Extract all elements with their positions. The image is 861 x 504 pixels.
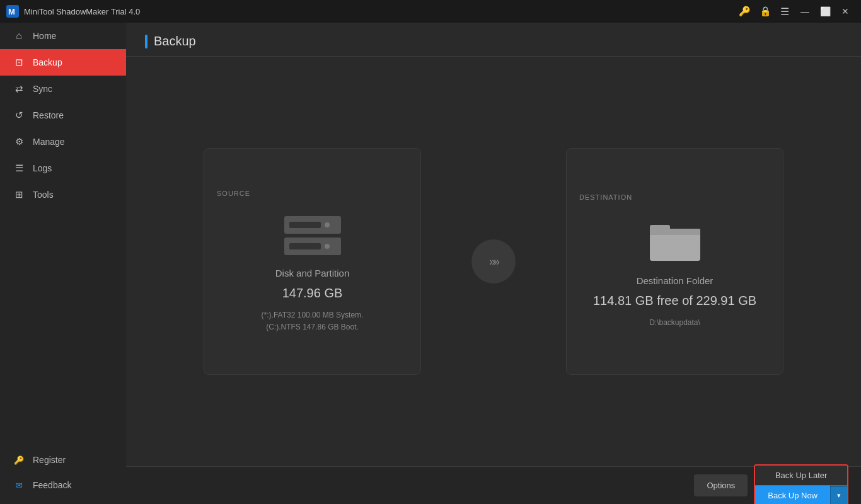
menu-icon[interactable]: ☰ (780, 6, 789, 18)
minimize-button[interactable]: — (795, 4, 814, 19)
destination-label: DESTINATION (579, 193, 632, 201)
source-detail-line1: (*:).FAT32 100.00 MB System. (262, 311, 364, 319)
sidebar-label-home: Home (33, 31, 56, 41)
titlebar-icons: 🔑 🔒 ☰ (739, 6, 789, 18)
app-title: MiniTool ShadowMaker Trial 4.0 (24, 7, 739, 16)
disk-row-1 (284, 216, 341, 234)
backup-icon: ⊡ (13, 57, 25, 68)
sync-icon: ⇄ (13, 83, 25, 94)
options-button[interactable]: Options (694, 474, 748, 496)
sidebar-label-register: Register (33, 455, 66, 465)
disk-row-2 (284, 238, 341, 255)
svg-rect-4 (650, 234, 700, 261)
sidebar-label-sync: Sync (33, 84, 52, 94)
sidebar-label-backup: Backup (33, 57, 62, 67)
key-icon[interactable]: 🔑 (739, 6, 751, 17)
register-icon: 🔑 (13, 455, 25, 465)
destination-title: Destination Folder (637, 275, 714, 286)
destination-free-space: 114.81 GB free of 229.91 GB (593, 294, 756, 308)
source-title: Disk and Partition (275, 268, 350, 278)
destination-card[interactable]: DESTINATION (566, 148, 783, 375)
cards-row: SOURCE Disk and Partition 147.96 (204, 148, 783, 375)
window-controls: — ⬜ ✕ (795, 4, 855, 19)
sidebar-label-manage: Manage (33, 137, 65, 147)
sidebar-item-feedback[interactable]: ✉ Feedback (0, 472, 126, 498)
disk-dot-1 (325, 222, 330, 227)
disk-icon (284, 216, 341, 255)
back-up-now-dropdown-button[interactable]: ▾ (830, 486, 847, 504)
sidebar-label-feedback: Feedback (33, 480, 71, 490)
disk-slot-2 (289, 243, 321, 249)
back-up-later-button[interactable]: Back Up Later (755, 466, 847, 486)
sidebar-item-manage[interactable]: ⚙ Manage (0, 129, 126, 155)
sidebar-item-tools[interactable]: ⊞ Tools (0, 181, 126, 208)
lock-icon[interactable]: 🔒 (760, 6, 771, 17)
backup-content: SOURCE Disk and Partition 147.96 (126, 57, 861, 466)
source-detail-line2: (C:).NTFS 147.86 GB Boot. (266, 323, 359, 331)
sidebar-item-restore[interactable]: ↺ Restore (0, 102, 126, 129)
sidebar-item-register[interactable]: 🔑 Register (0, 447, 126, 472)
sidebar-item-home[interactable]: Home (0, 23, 126, 49)
home-icon (13, 30, 25, 42)
back-up-now-row: Back Up Now ▾ (755, 486, 847, 504)
header-accent (145, 35, 147, 49)
disk-slot-1 (289, 222, 321, 228)
source-size: 147.96 GB (282, 286, 343, 301)
arrow-connector: »» (471, 239, 516, 284)
sidebar-item-backup[interactable]: ⊡ Backup (0, 49, 126, 76)
destination-path: D:\backupdata\ (649, 317, 700, 329)
maximize-button[interactable]: ⬜ (816, 4, 835, 19)
close-button[interactable]: ✕ (836, 4, 855, 19)
restore-icon: ↺ (13, 110, 25, 121)
svg-text:M: M (8, 7, 15, 16)
app-icon: M (6, 5, 19, 18)
sidebar: Home ⊡ Backup ⇄ Sync ↺ Restore ⚙ Manage … (0, 23, 126, 504)
manage-icon: ⚙ (13, 136, 25, 147)
page-title: Backup (154, 34, 196, 49)
title-bar: M MiniTool ShadowMaker Trial 4.0 🔑 🔒 ☰ —… (0, 0, 861, 23)
back-up-now-button[interactable]: Back Up Now (755, 486, 830, 504)
sidebar-label-logs: Logs (33, 163, 52, 173)
content-area: Backup SOURCE (126, 23, 861, 504)
tools-icon: ⊞ (13, 189, 25, 200)
backup-button-group: Back Up Later Back Up Now ▾ (754, 464, 848, 504)
folder-icon (650, 220, 700, 263)
sidebar-item-sync[interactable]: ⇄ Sync (0, 76, 126, 102)
sidebar-label-restore: Restore (33, 110, 64, 120)
bottom-bar: Options Back Up Later Back Up Now ▾ (126, 466, 861, 504)
source-label: SOURCE (217, 190, 250, 197)
page-header: Backup (126, 23, 861, 57)
disk-dot-2 (325, 244, 330, 249)
sidebar-label-tools: Tools (33, 190, 54, 200)
svg-rect-5 (650, 229, 700, 235)
source-detail: (*:).FAT32 100.00 MB System. (C:).NTFS 1… (262, 309, 364, 333)
feedback-icon: ✉ (13, 481, 25, 490)
arrow-icons: »» (489, 255, 498, 268)
logs-icon: ☰ (13, 163, 25, 174)
sidebar-item-logs[interactable]: ☰ Logs (0, 155, 126, 181)
source-card[interactable]: SOURCE Disk and Partition 147.96 (204, 148, 421, 375)
